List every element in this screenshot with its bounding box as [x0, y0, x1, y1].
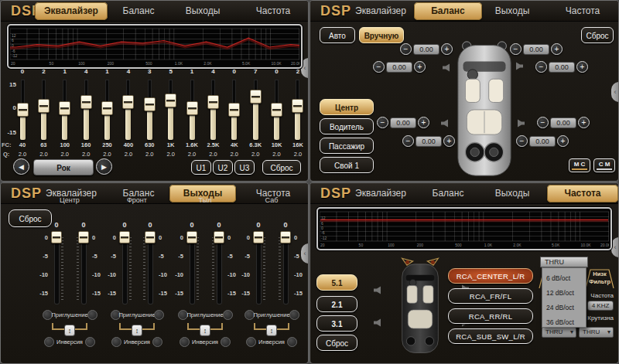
tab-frequency[interactable]: Частота: [547, 185, 618, 202]
balance-plus-button[interactable]: +: [418, 117, 429, 128]
rca-channel-button-1[interactable]: RCA_CENTER_L/R: [448, 268, 533, 284]
output-slider-value: 0: [49, 221, 64, 229]
mute-toggle-right[interactable]: [87, 310, 97, 320]
balance-reset-button[interactable]: Сброс: [581, 27, 614, 43]
balance-minus-button[interactable]: −: [535, 61, 547, 73]
band-gain-value: 7: [247, 68, 264, 75]
balance-plus-button[interactable]: +: [557, 135, 569, 147]
balance-plus-button[interactable]: +: [576, 61, 588, 73]
channel-link-icon[interactable]: ↕: [200, 325, 210, 336]
tab-equalizer[interactable]: Эквалайзер: [35, 2, 108, 20]
balance-manual-button[interactable]: Вручную: [359, 27, 404, 43]
band-fc-value: 6.3K: [246, 141, 265, 148]
balance-minus-button[interactable]: −: [537, 117, 549, 128]
eq-band-slider[interactable]: [165, 94, 176, 107]
tab-frequency[interactable]: Частота: [238, 2, 309, 20]
channel-link-icon[interactable]: ↕: [132, 325, 142, 336]
eq-band-slider[interactable]: [122, 95, 134, 109]
eq-band-slider[interactable]: [250, 90, 262, 104]
svg-text:10.0K: 10.0K: [271, 61, 282, 66]
balance-minus-button[interactable]: −: [400, 43, 412, 55]
output-slider[interactable]: [145, 231, 156, 243]
memory-button-u2[interactable]: U2: [213, 160, 233, 175]
output-slider[interactable]: [214, 231, 224, 243]
rca-channel-button-2[interactable]: RCA_FR/FL: [448, 288, 533, 304]
mute-toggle-right[interactable]: [289, 310, 299, 320]
eq-band-slider[interactable]: [101, 101, 113, 115]
mode-button-5-1[interactable]: 5.1: [316, 274, 357, 291]
output-slider[interactable]: [280, 231, 291, 243]
eq-band-slider[interactable]: [144, 97, 156, 111]
channel-link-icon[interactable]: ↕: [64, 325, 75, 336]
tab-equalizer[interactable]: Эквалайзер: [344, 185, 417, 202]
position-button-3[interactable]: Пассажир: [320, 138, 374, 154]
invert-toggle-right[interactable]: [85, 337, 95, 347]
balance-plus-button[interactable]: +: [551, 43, 563, 55]
eq-band-slider[interactable]: [271, 103, 282, 117]
balance-auto-button[interactable]: Авто: [320, 27, 355, 43]
slope-dropdown-selected[interactable]: THRU: [540, 257, 588, 267]
slide-out-handle[interactable]: ‹: [611, 237, 619, 257]
tab-frequency[interactable]: Частота: [547, 2, 618, 20]
dropdown-option-2[interactable]: 12 dB/oct: [542, 286, 586, 300]
invert-toggle-right[interactable]: [152, 337, 162, 347]
eq-band-slider[interactable]: [228, 103, 240, 117]
tab-outputs[interactable]: Выходы: [479, 2, 545, 20]
balance-minus-button[interactable]: −: [402, 135, 414, 147]
output-slider[interactable]: [51, 231, 62, 243]
tab-equalizer[interactable]: Эквалайзер: [344, 2, 417, 20]
eq-band-slider[interactable]: [186, 101, 198, 115]
output-slider[interactable]: [78, 231, 89, 243]
position-button-4[interactable]: Свой 1: [320, 157, 374, 173]
mute-toggle-right[interactable]: [223, 310, 233, 320]
eq-band-slider[interactable]: [207, 95, 219, 109]
invert-toggle-right[interactable]: [221, 337, 231, 347]
outputs-reset-button[interactable]: Сброс: [9, 209, 52, 227]
eq-band-slider[interactable]: [17, 103, 29, 117]
rca-channel-button-3[interactable]: RCA_RR/RL: [448, 308, 533, 324]
tab-outputs[interactable]: Выходы: [479, 185, 545, 202]
memory-button-u3[interactable]: U3: [234, 160, 255, 175]
balance-minus-button[interactable]: −: [373, 61, 385, 73]
preset-button[interactable]: Рок: [33, 159, 94, 175]
dropdown-option-4[interactable]: 36 dB/oct: [542, 315, 586, 329]
crossover-reset-button[interactable]: Сброс: [316, 335, 357, 351]
preset-next-button[interactable]: ▶: [96, 158, 112, 175]
low-filter-tab[interactable]: НизкФильтр: [583, 268, 617, 288]
output-scale-label: -10: [236, 271, 250, 278]
eq-reset-button[interactable]: Сброс: [262, 160, 301, 175]
mute-toggle-right[interactable]: [154, 310, 164, 320]
preset-prev-button[interactable]: ◀: [13, 158, 29, 175]
dropdown-option-3[interactable]: 24 dB/oct: [542, 301, 586, 315]
output-slider[interactable]: [119, 231, 130, 243]
output-scale-label: -10: [294, 271, 308, 278]
channel-link-icon[interactable]: ↕: [266, 325, 277, 336]
output-group-label: Саб: [247, 196, 296, 204]
cm-button[interactable]: C M: [593, 158, 615, 172]
tab-balance[interactable]: Баланс: [104, 2, 173, 20]
position-button-2[interactable]: Водитель: [320, 118, 374, 134]
rca-channel-button-4[interactable]: RCA_SUB_SW_L/R: [448, 328, 533, 344]
balance-minus-button[interactable]: −: [377, 117, 388, 128]
eq-band-slider[interactable]: [292, 99, 303, 113]
balance-plus-button[interactable]: +: [414, 61, 426, 73]
memory-button-u1[interactable]: U1: [191, 160, 211, 175]
tab-balance[interactable]: Баланс: [414, 185, 482, 202]
mc-button[interactable]: M C: [569, 158, 590, 172]
eq-band-slider[interactable]: [38, 99, 50, 113]
eq-band-slider[interactable]: [80, 95, 92, 109]
dropdown-option-1[interactable]: 6 dB/oct: [542, 271, 586, 285]
balance-plus-button[interactable]: +: [578, 117, 590, 128]
eq-band-slider[interactable]: [59, 101, 70, 115]
mode-button-2-1[interactable]: 2.1: [316, 296, 357, 312]
slide-out-handle[interactable]: ‹: [611, 82, 619, 102]
mode-button-3-1[interactable]: 3.1: [316, 315, 357, 332]
band-fc-value: 400: [119, 141, 138, 148]
tab-outputs[interactable]: Выходы: [169, 2, 236, 20]
position-button-1[interactable]: Центр: [320, 99, 374, 115]
invert-toggle-right[interactable]: [287, 337, 297, 347]
tab-balance[interactable]: Баланс: [414, 2, 482, 20]
output-slider[interactable]: [253, 231, 264, 243]
band-gain-value: 4: [77, 68, 94, 75]
output-slider[interactable]: [186, 231, 197, 243]
